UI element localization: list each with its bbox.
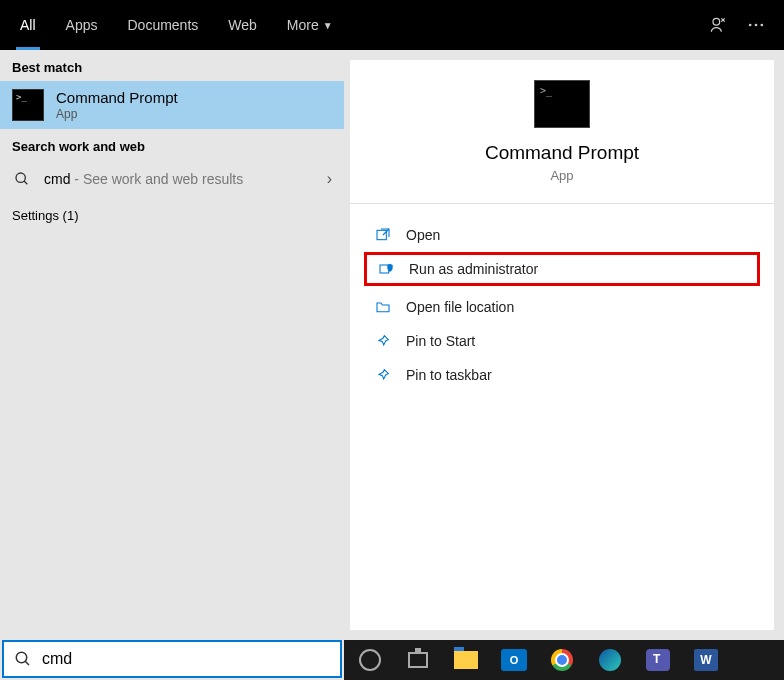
web-search-term: cmd bbox=[44, 171, 70, 187]
teams-icon bbox=[646, 649, 670, 671]
action-list: Open Run as administrator Open file loca… bbox=[350, 204, 774, 406]
action-open[interactable]: Open bbox=[350, 218, 774, 252]
action-pin-to-start[interactable]: Pin to Start bbox=[350, 324, 774, 358]
tab-all[interactable]: All bbox=[6, 0, 50, 50]
file-explorer-icon bbox=[454, 651, 478, 669]
svg-point-2 bbox=[755, 24, 758, 27]
search-icon bbox=[14, 650, 32, 668]
taskbar: O W bbox=[344, 640, 784, 680]
outlook-icon: O bbox=[501, 649, 527, 671]
preview-panel: Command Prompt App Open Run as administr… bbox=[350, 60, 774, 630]
preview-app-icon bbox=[534, 80, 590, 128]
tab-apps[interactable]: Apps bbox=[52, 0, 112, 50]
outlook-button[interactable]: O bbox=[496, 644, 532, 676]
action-open-loc-label: Open file location bbox=[406, 299, 514, 315]
chevron-right-icon: › bbox=[327, 170, 332, 188]
preview-subtitle: App bbox=[350, 168, 774, 183]
web-search-text: cmd - See work and web results bbox=[44, 171, 315, 187]
search-work-web-header: Search work and web bbox=[0, 129, 344, 160]
results-panel: Best match Command Prompt App Search wor… bbox=[0, 50, 344, 640]
action-open-label: Open bbox=[406, 227, 440, 243]
topbar-right bbox=[708, 15, 778, 35]
admin-shield-icon bbox=[377, 261, 395, 277]
tab-web[interactable]: Web bbox=[214, 0, 271, 50]
best-match-header: Best match bbox=[0, 50, 344, 81]
svg-line-5 bbox=[24, 181, 27, 184]
cortana-button[interactable] bbox=[352, 644, 388, 676]
file-explorer-button[interactable] bbox=[448, 644, 484, 676]
action-pin-to-taskbar[interactable]: Pin to taskbar bbox=[350, 358, 774, 392]
feedback-icon[interactable] bbox=[708, 15, 728, 35]
svg-point-4 bbox=[16, 173, 25, 182]
result-command-prompt[interactable]: Command Prompt App bbox=[0, 81, 344, 129]
svg-line-9 bbox=[25, 661, 29, 665]
svg-point-0 bbox=[713, 18, 720, 25]
result-title: Command Prompt bbox=[56, 89, 332, 106]
edge-button[interactable] bbox=[592, 644, 628, 676]
main-area: Best match Command Prompt App Search wor… bbox=[0, 50, 784, 640]
chrome-button[interactable] bbox=[544, 644, 580, 676]
pin-taskbar-icon bbox=[374, 367, 392, 383]
action-pin-start-label: Pin to Start bbox=[406, 333, 475, 349]
tab-more[interactable]: More▼ bbox=[273, 0, 347, 50]
preview-header: Command Prompt App bbox=[350, 80, 774, 204]
task-view-button[interactable] bbox=[400, 644, 436, 676]
tab-documents[interactable]: Documents bbox=[113, 0, 212, 50]
svg-point-3 bbox=[761, 24, 764, 27]
cortana-icon bbox=[359, 649, 381, 671]
edge-icon bbox=[599, 649, 621, 671]
teams-button[interactable] bbox=[640, 644, 676, 676]
chrome-icon bbox=[551, 649, 573, 671]
word-button[interactable]: W bbox=[688, 644, 724, 676]
preview-title: Command Prompt bbox=[350, 142, 774, 164]
tab-more-label: More bbox=[287, 17, 319, 33]
svg-point-1 bbox=[749, 24, 752, 27]
action-pin-taskbar-label: Pin to taskbar bbox=[406, 367, 492, 383]
web-search-hint: - See work and web results bbox=[70, 171, 243, 187]
tab-list: All Apps Documents Web More▼ bbox=[6, 0, 347, 50]
settings-section[interactable]: Settings (1) bbox=[0, 198, 344, 233]
action-run-as-administrator[interactable]: Run as administrator bbox=[364, 252, 760, 286]
task-view-icon bbox=[408, 652, 428, 668]
more-options-icon[interactable] bbox=[746, 15, 766, 35]
word-icon: W bbox=[694, 649, 718, 671]
svg-point-8 bbox=[16, 652, 27, 663]
result-subtitle: App bbox=[56, 107, 332, 121]
folder-icon bbox=[374, 299, 392, 315]
command-prompt-icon bbox=[12, 89, 44, 121]
result-text: Command Prompt App bbox=[56, 89, 332, 121]
action-run-admin-label: Run as administrator bbox=[409, 261, 538, 277]
pin-start-icon bbox=[374, 333, 392, 349]
chevron-down-icon: ▼ bbox=[323, 20, 333, 31]
search-input[interactable] bbox=[42, 650, 330, 668]
action-open-file-location[interactable]: Open file location bbox=[350, 290, 774, 324]
search-scope-tabs: All Apps Documents Web More▼ bbox=[0, 0, 784, 50]
web-search-cmd[interactable]: cmd - See work and web results › bbox=[0, 160, 344, 198]
search-icon bbox=[12, 171, 32, 187]
search-box[interactable] bbox=[2, 640, 342, 678]
svg-rect-6 bbox=[377, 230, 386, 239]
open-icon bbox=[374, 227, 392, 243]
